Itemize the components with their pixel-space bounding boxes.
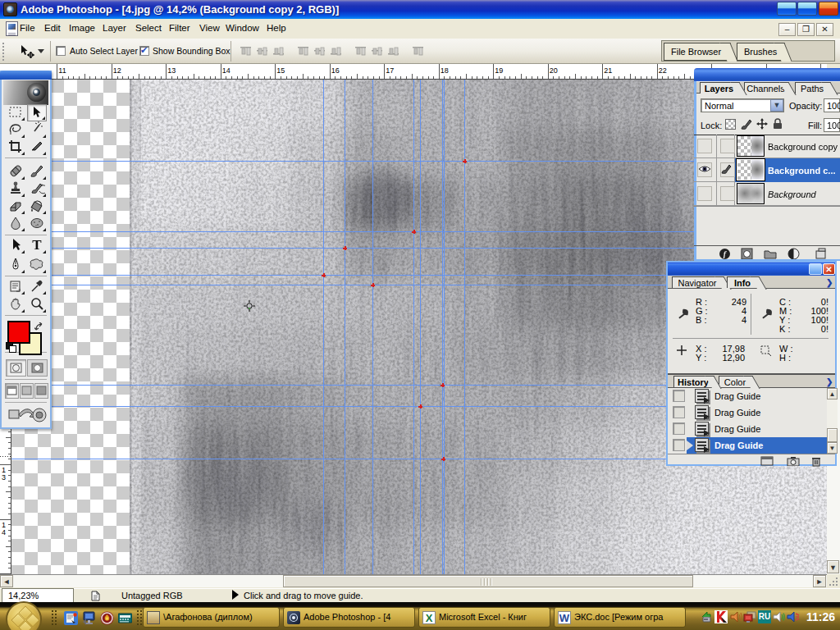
svg-text:T: T xyxy=(32,237,42,253)
